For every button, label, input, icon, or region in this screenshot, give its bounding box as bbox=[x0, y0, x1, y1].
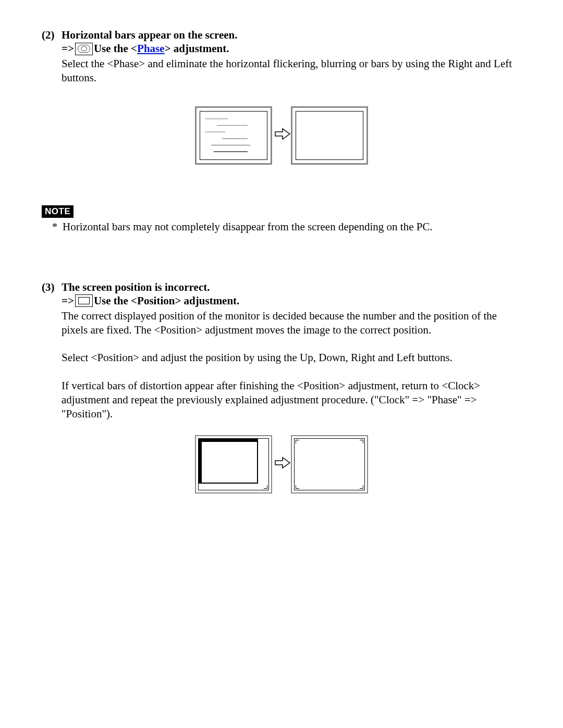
note-block: NOTE * Horizontal bars may not completel… bbox=[42, 204, 521, 234]
section-2-body: Select the <Phase> and eliminate the hor… bbox=[62, 57, 521, 85]
arrow-icon bbox=[274, 127, 289, 144]
section-3-p2: Select <Position> and adjust the positio… bbox=[62, 351, 521, 365]
position-icon bbox=[75, 294, 93, 307]
note-text: Horizontal bars may not completely disap… bbox=[63, 220, 521, 234]
position-diagram bbox=[42, 435, 521, 497]
arrow-symbol: => bbox=[62, 294, 74, 307]
use-text-pre: Use the < bbox=[94, 42, 137, 55]
use-text-post: > adjustment. bbox=[165, 42, 229, 55]
monitor-after-icon bbox=[291, 106, 368, 165]
section-2: (2) Horizontal bars appear on the screen… bbox=[42, 29, 521, 168]
monitor-before-icon bbox=[195, 106, 272, 165]
arrow-symbol: => bbox=[62, 42, 74, 55]
arrow-icon bbox=[274, 455, 289, 473]
section-3-body: The correct displayed position of the mo… bbox=[62, 309, 521, 422]
phase-diagram bbox=[42, 106, 521, 168]
section-3-instruction: => Use the <Position> adjustment. bbox=[62, 294, 521, 307]
section-3-p3: If vertical bars of distortion appear af… bbox=[62, 379, 521, 422]
monitor-correct-icon bbox=[291, 435, 368, 493]
note-bullet: * bbox=[47, 220, 63, 234]
section-2-number: (2) bbox=[42, 29, 62, 42]
section-3-heading: (3) The screen position is incorrect. =>… bbox=[42, 281, 521, 307]
section-2-instruction: => Use the < Phase > adjustment. bbox=[62, 42, 521, 55]
section-3-title: The screen position is incorrect. bbox=[62, 281, 521, 294]
phase-link[interactable]: Phase bbox=[137, 42, 165, 55]
section-2-title: Horizontal bars appear on the screen. bbox=[62, 29, 521, 42]
section-3-p1: The correct displayed position of the mo… bbox=[62, 309, 521, 338]
section-2-heading: (2) Horizontal bars appear on the screen… bbox=[42, 29, 521, 55]
section-3: (3) The screen position is incorrect. =>… bbox=[42, 281, 521, 497]
document-page: (2) Horizontal bars appear on the screen… bbox=[0, 0, 563, 728]
note-badge: NOTE bbox=[42, 205, 74, 218]
phase-icon bbox=[75, 43, 93, 55]
section-3-number: (3) bbox=[42, 281, 62, 294]
use-text: Use the <Position> adjustment. bbox=[94, 294, 239, 307]
monitor-offset-icon bbox=[195, 435, 272, 493]
